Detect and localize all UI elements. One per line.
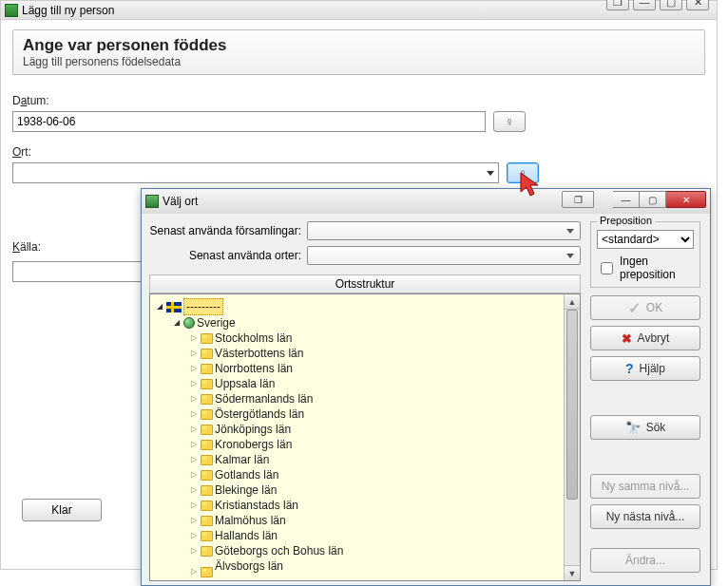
window-btn-restore-icon[interactable]: ❐ [606, 0, 629, 10]
folder-icon [201, 379, 213, 389]
expander-icon[interactable] [188, 546, 199, 557]
place-picker-button[interactable]: ♀ [507, 162, 539, 183]
tree-node-label: Norrbottens län [215, 361, 293, 376]
app-icon [5, 4, 18, 17]
question-icon: ? [625, 361, 634, 376]
page-subtitle: Lägg till personens födelsedata [23, 55, 695, 68]
tree-node[interactable]: Kronobergs län [152, 437, 578, 452]
folder-icon [201, 333, 213, 344]
expander-icon[interactable] [188, 394, 199, 405]
folder-icon [201, 501, 213, 511]
expander-icon[interactable] [154, 302, 164, 312]
window-btn-minimize-icon[interactable]: ― [613, 191, 640, 208]
expander-icon[interactable] [188, 333, 199, 344]
expander-icon[interactable] [188, 455, 199, 465]
tree-node[interactable]: Kristianstads län [152, 498, 578, 513]
search-button[interactable]: 🔭Sök [590, 415, 700, 440]
tree-node[interactable]: Norrbottens län [152, 361, 578, 376]
date-hint-button[interactable]: ♀ [493, 111, 526, 132]
tree-scrollbar[interactable]: ▲ ▼ [564, 294, 580, 580]
expander-icon[interactable] [188, 409, 199, 420]
tree-node-label: Stockholms län [215, 331, 292, 346]
preposition-legend: Preposition [597, 215, 655, 226]
window-btn-close-icon[interactable]: ✕ [686, 0, 709, 10]
scroll-up-icon[interactable]: ▲ [565, 294, 580, 310]
dialog-title-text: Välj ort [163, 195, 198, 208]
tree-node[interactable]: Västerbottens län [152, 346, 578, 361]
expander-icon[interactable] [188, 485, 199, 496]
folder-icon [201, 567, 213, 577]
tree-node-label: --------- [183, 298, 223, 315]
expander-icon[interactable] [188, 531, 199, 541]
tree-node-label: Kristianstads län [215, 498, 298, 513]
recent-parishes-label: Senast använda församlingar: [149, 224, 301, 237]
ok-button[interactable]: ✓OK [590, 295, 700, 320]
expander-icon[interactable] [188, 567, 199, 577]
edit-button[interactable]: Ändra... [590, 548, 700, 573]
place-tree[interactable]: ---------Sverige Stockholms län Västerbo… [149, 293, 581, 581]
tree-node-label: Hallands län [215, 528, 278, 543]
scroll-down-icon[interactable]: ▼ [565, 565, 580, 580]
window-btn-close-icon[interactable]: ✕ [666, 191, 706, 208]
tree-node[interactable]: Gotlands län [152, 467, 578, 482]
tree-node[interactable]: Uppsala län [152, 376, 578, 391]
done-button[interactable]: Klar [22, 499, 102, 521]
tree-node[interactable]: Malmöhus län [152, 513, 578, 528]
preposition-select[interactable]: <standard> [597, 230, 694, 249]
new-same-level-button[interactable]: Ny samma nivå... [590, 474, 700, 499]
help-button[interactable]: ?Hjälp [590, 356, 700, 381]
expander-icon[interactable] [188, 440, 199, 450]
no-preposition-checkbox[interactable]: Ingen preposition [597, 255, 694, 281]
tree-node[interactable]: Blekinge län [152, 482, 578, 498]
parent-window-controls: ❐ ― ▢ ✕ [606, 0, 709, 10]
tree-node[interactable]: Södermanlands län [152, 391, 578, 406]
tree-node[interactable]: Östergötlands län [152, 406, 578, 422]
tree-node-label: Jönköpings län [215, 422, 291, 437]
expander-icon[interactable] [188, 501, 199, 511]
folder-icon [201, 455, 213, 465]
window-btn-minimize-icon[interactable]: ― [633, 0, 656, 10]
expander-icon[interactable] [188, 364, 199, 374]
window-btn-maximize-icon[interactable]: ▢ [660, 0, 682, 10]
tree-node[interactable]: Sverige [152, 315, 578, 331]
folder-icon [201, 470, 213, 481]
close-icon: ✖ [622, 331, 632, 346]
tree-node[interactable]: Stockholms län [152, 331, 578, 346]
tree-header: Ortsstruktur [149, 274, 581, 293]
place-combo[interactable] [12, 162, 499, 183]
tree-node-label: Göteborgs och Bohus län [215, 543, 343, 558]
recent-parishes-combo[interactable] [307, 221, 581, 240]
recent-places-label: Senast använda orter: [149, 249, 301, 262]
tree-node[interactable]: Kalmar län [152, 452, 578, 467]
folder-icon [201, 394, 213, 405]
place-label: Ort: [12, 145, 705, 159]
no-preposition-input[interactable] [601, 262, 613, 274]
tree-node[interactable]: Göteborgs och Bohus län [152, 543, 578, 558]
expander-icon[interactable] [188, 470, 199, 481]
tree-node-label: Sverige [197, 315, 236, 331]
tree-node-label: Uppsala län [215, 376, 275, 391]
window-btn-maximize-icon[interactable]: ▢ [640, 191, 666, 208]
scroll-thumb[interactable] [566, 310, 578, 500]
tree-node[interactable]: Älvsborgs län [152, 558, 578, 581]
new-next-level-button[interactable]: Ny nästa nivå... [590, 504, 700, 529]
dialog-titlebar[interactable]: Välj ort ❐ ― ▢ ✕ [142, 189, 710, 214]
tree-node-label: Malmöhus län [215, 513, 286, 528]
expander-icon[interactable] [188, 349, 199, 359]
expander-icon[interactable] [188, 379, 199, 389]
cancel-button[interactable]: ✖Avbryt [590, 326, 700, 350]
folder-icon [201, 364, 213, 374]
tree-node[interactable]: Jönköpings län [152, 422, 578, 437]
tree-node[interactable]: --------- [152, 298, 578, 315]
globe-icon [183, 317, 195, 329]
window-btn-tool-icon[interactable]: ❐ [562, 191, 594, 208]
expander-icon[interactable] [171, 318, 182, 329]
expander-icon[interactable] [188, 425, 199, 435]
wizard-header: Ange var personen föddes Lägg till perso… [12, 29, 705, 75]
date-label: Datum: [12, 94, 705, 107]
date-input[interactable] [12, 111, 486, 132]
chevron-down-icon [487, 171, 494, 176]
tree-node[interactable]: Hallands län [152, 528, 578, 543]
expander-icon[interactable] [188, 516, 199, 526]
recent-places-combo[interactable] [307, 246, 581, 265]
